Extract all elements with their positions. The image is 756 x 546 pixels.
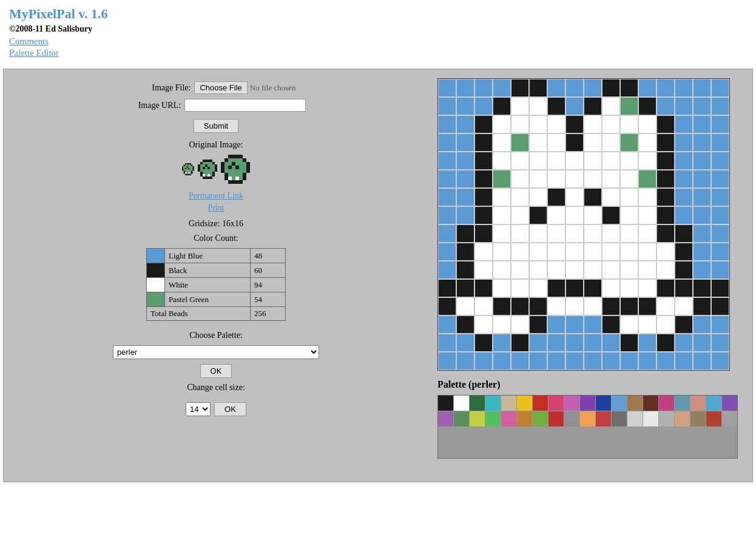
palette-swatch[interactable] (706, 411, 721, 426)
palette-swatch[interactable] (485, 396, 501, 411)
palette-swatch[interactable] (548, 411, 564, 426)
image-url-input[interactable] (184, 99, 306, 112)
pixel-cell (711, 315, 729, 334)
palette-swatch[interactable] (533, 396, 548, 411)
pixel-cell (693, 115, 711, 133)
palette-swatch[interactable] (438, 411, 453, 426)
pixel-cell (711, 224, 729, 243)
thumbnail-small-1 (182, 163, 194, 175)
pixel-cell (711, 279, 729, 297)
palette-swatch[interactable] (564, 396, 579, 411)
pixel-cell (656, 352, 675, 370)
pixel-cell (456, 243, 474, 261)
palette-swatch[interactable] (659, 411, 674, 426)
pixel-cell (438, 261, 456, 279)
pixel-cell (602, 97, 620, 115)
palette-swatch[interactable] (596, 411, 611, 426)
pixel-cell (620, 97, 638, 115)
pixel-cell (547, 133, 565, 152)
palette-swatch[interactable] (675, 411, 690, 426)
pixel-cell (656, 334, 675, 352)
palette-swatch[interactable] (690, 411, 706, 426)
pixel-cell (547, 115, 565, 133)
palette-swatch[interactable] (548, 396, 564, 411)
color-table: Light Blue 48 Black 60 White 94 Pastel G… (146, 248, 286, 321)
palette-swatch[interactable] (533, 411, 548, 426)
color-name: Light Blue (165, 249, 251, 263)
choose-file-button[interactable]: Choose File (194, 81, 247, 94)
palette-swatch[interactable] (517, 411, 532, 426)
palette-select[interactable]: perlerhamaartkalnabbi (113, 345, 319, 359)
color-count: 60 (251, 263, 286, 278)
pixel-cell (602, 261, 620, 279)
palette-swatch[interactable] (675, 396, 690, 411)
pixel-cell (438, 206, 456, 224)
palette-swatch[interactable] (501, 396, 516, 411)
pixel-cell (711, 152, 729, 170)
pixel-cell (438, 279, 456, 297)
pixel-cell (474, 224, 493, 243)
palette-swatch[interactable] (454, 396, 469, 411)
pixel-cell (584, 279, 602, 297)
pixel-cell (693, 261, 711, 279)
submit-button[interactable]: Submit (194, 119, 238, 133)
pixel-cell (474, 152, 493, 170)
color-swatch (147, 249, 165, 263)
palette-swatch[interactable] (501, 411, 516, 426)
pixel-cell (675, 170, 693, 188)
palette-swatch[interactable] (643, 411, 658, 426)
palette-swatch[interactable] (627, 396, 643, 411)
palette-swatch[interactable] (659, 396, 674, 411)
pixel-cell (620, 261, 638, 279)
cell-size-ok-button[interactable]: OK (214, 402, 246, 416)
pixel-cell (493, 243, 511, 261)
color-swatch (147, 292, 165, 307)
palette-swatch[interactable] (485, 411, 501, 426)
palette-swatch[interactable] (643, 396, 658, 411)
palette-swatch[interactable] (627, 411, 643, 426)
palette-swatch[interactable] (612, 411, 627, 426)
palette-swatch[interactable] (517, 396, 532, 411)
pixel-cell (711, 133, 729, 152)
palette-swatch[interactable] (580, 396, 595, 411)
pixel-cell (656, 115, 675, 133)
pixel-cell (602, 352, 620, 370)
pixel-cell (565, 97, 584, 115)
pixel-cell (638, 279, 656, 297)
palette-swatch[interactable] (470, 396, 485, 411)
pixel-cell (529, 206, 547, 224)
pixel-cell (565, 152, 584, 170)
print-link[interactable]: Print (208, 203, 224, 212)
cell-size-select[interactable]: 14 16 20 24 30 (186, 402, 211, 416)
palette-swatch[interactable] (706, 396, 721, 411)
pixel-cell (620, 224, 638, 243)
thumbnail-large (221, 155, 250, 184)
palette-swatch[interactable] (722, 411, 737, 426)
file-input-wrapper: Choose File No file chosen (194, 81, 295, 94)
palette-ok-button[interactable]: OK (200, 364, 232, 378)
palette-swatch[interactable] (438, 396, 453, 411)
palette-swatch[interactable] (454, 411, 469, 426)
palette-section: Choose Palette: perlerhamaartkalnabbi OK (10, 331, 422, 383)
pixel-cell (584, 261, 602, 279)
pixel-grid (437, 78, 730, 371)
palette-swatch[interactable] (470, 411, 485, 426)
color-table-row: White 94 (147, 278, 286, 292)
palette-swatch[interactable] (564, 411, 579, 426)
palette-editor-link[interactable]: Palette Editor (9, 48, 747, 58)
pixel-cell (638, 133, 656, 152)
pixel-cell (511, 261, 529, 279)
palette-swatch[interactable] (690, 396, 706, 411)
comments-link[interactable]: Comments (9, 36, 747, 47)
total-beads-label: Total Beads (147, 307, 251, 321)
palette-swatch[interactable] (612, 396, 627, 411)
palette-swatch[interactable] (596, 396, 611, 411)
pixel-cell (511, 206, 529, 224)
permanent-link[interactable]: Permanent Link (189, 191, 243, 200)
palette-swatch[interactable] (722, 396, 737, 411)
pixel-cell (474, 243, 493, 261)
pixel-cell (547, 79, 565, 97)
palette-swatch[interactable] (580, 411, 595, 426)
pixel-cell (602, 188, 620, 206)
pixel-cell (693, 224, 711, 243)
